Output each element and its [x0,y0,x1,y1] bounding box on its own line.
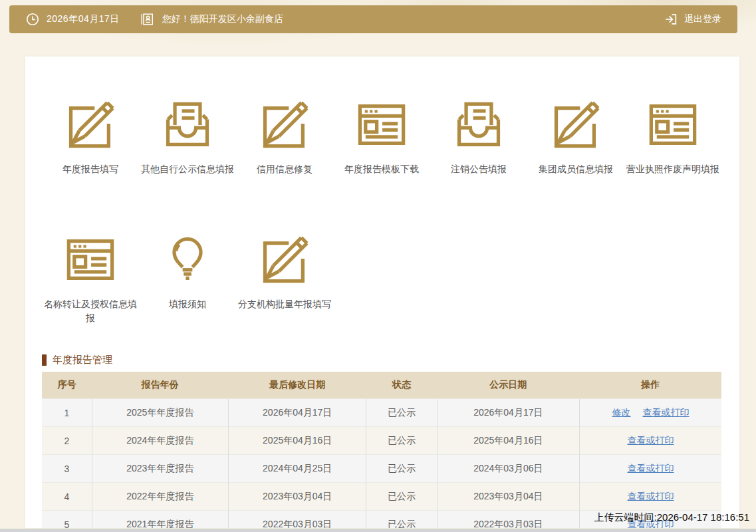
status-cell: 已公示 [366,483,437,511]
shortcut-row-1: 年度报告填写 其他自行公示信息填报 信用信息修复 年度报告模板下载 注销公告填报… [25,98,739,176]
seq-cell: 2 [42,427,92,455]
actions-cell: 查看或打印 [580,427,721,455]
actions-cell: 查看或打印 [580,455,721,483]
shortcut-label: 其他自行公示信息填报 [141,162,234,176]
shortcut-report-template-download[interactable]: 年度报告模板下载 [333,98,430,176]
template-icon [355,98,408,152]
shortcut-label: 名称转让及授权信息填报 [42,297,139,325]
seq-cell: 1 [42,399,92,427]
published-cell: 2023年03月04日 [437,483,579,511]
view-print-link[interactable]: 查看或打印 [628,463,674,473]
seq-cell: 3 [42,455,92,483]
edit-icon [258,98,311,152]
shortcut-name-transfer-authorization[interactable]: 名称转让及授权信息填报 [42,233,139,327]
shortcut-annual-report-fill[interactable]: 年度报告填写 [42,98,139,176]
clock-icon [25,12,40,27]
year-cell: 2022年年度报告 [92,483,228,511]
logout-button[interactable]: 退出登录 [664,12,737,27]
shortcut-license-void-declaration[interactable]: 营业执照作废声明填报 [624,98,721,176]
table-row: 3 2023年年度报告 2024年04月25日 已公示 2024年03月06日 … [42,455,721,483]
topbar: 2026年04月17日 您好！德阳开发区小余副食店 退出登录 [9,5,737,33]
shortcut-credit-repair[interactable]: 信用信息修复 [236,98,333,176]
table-row: 4 2022年年度报告 2023年03月04日 已公示 2023年03月04日 … [42,483,721,511]
logout-label: 退出登录 [684,13,721,25]
inbox-icon [452,98,505,152]
bottom-strip [0,529,756,532]
edit-icon [549,98,602,152]
modified-cell: 2025年04月16日 [229,427,366,455]
modified-cell: 2024年04月25日 [229,455,366,483]
inbox-icon [161,98,214,152]
shortcut-label: 信用信息修复 [257,162,313,176]
upload-cloud-time: 上传云端时间:2026-04-17 18:16:51 [594,511,749,524]
col-header-modified: 最后修改日期 [229,372,366,399]
view-print-link[interactable]: 查看或打印 [628,435,674,446]
col-header-year: 报告年份 [92,372,228,399]
status-cell: 已公示 [366,427,437,455]
table-row: 2 2024年年度报告 2025年04月16日 已公示 2025年04月16日 … [42,427,721,455]
seq-cell: 4 [42,483,92,511]
published-cell: 2024年03月06日 [437,455,579,483]
lightbulb-icon [161,233,214,287]
section-title: 年度报告管理 [53,354,112,366]
status-cell: 已公示 [366,399,437,427]
modified-cell: 2023年03月04日 [229,483,366,511]
view-print-link[interactable]: 查看或打印 [642,407,689,418]
shortcut-cancellation-notice[interactable]: 注销公告填报 [430,98,527,176]
topbar-left: 2026年04月17日 您好！德阳开发区小余副食店 [9,12,283,27]
year-cell: 2025年年度报告 [92,399,228,427]
published-cell: 2022年03月03日 [437,511,579,529]
shortcut-label: 注销公告填报 [451,162,507,176]
modify-link[interactable]: 修改 [612,407,631,418]
published-cell: 2025年04月16日 [437,427,579,455]
template-icon [64,233,117,287]
actions-cell: 修改 查看或打印 [580,399,721,427]
id-badge-icon [140,12,154,27]
shortcut-row-2: 名称转让及授权信息填报 填报须知 分支机构批量年报填写 [25,233,739,327]
year-cell: 2024年年度报告 [92,427,228,455]
current-date: 2026年04月17日 [47,13,120,25]
actions-cell: 查看或打印 [580,483,721,511]
col-header-seq: 序号 [42,372,92,399]
section-marker [42,354,47,366]
shortcut-label: 营业执照作废声明填报 [626,162,719,176]
edit-icon [64,98,117,152]
shortcut-label: 分支机构批量年报填写 [238,297,331,311]
col-header-actions: 操作 [580,372,721,399]
year-cell: 2021年年度报告 [92,511,228,529]
annual-report-table: 序号 报告年份 最后修改日期 状态 公示日期 操作 1 2025年年度报告 20… [42,372,721,528]
main-panel: 年度报告填写 其他自行公示信息填报 信用信息修复 年度报告模板下载 注销公告填报… [25,57,739,528]
status-cell: 已公示 [366,455,437,483]
shortcut-label: 年度报告填写 [63,162,118,176]
shortcut-group-member-info[interactable]: 集团成员信息填报 [527,98,624,176]
shortcut-other-publicity-info[interactable]: 其他自行公示信息填报 [139,98,236,176]
year-cell: 2023年年度报告 [92,455,228,483]
col-header-published: 公示日期 [437,372,579,399]
shortcut-label: 集团成员信息填报 [539,162,613,176]
status-cell: 已公示 [366,511,437,529]
view-print-link[interactable]: 查看或打印 [628,491,674,501]
shortcut-filing-instructions[interactable]: 填报须知 [139,233,236,327]
modified-cell: 2022年03月03日 [229,511,366,529]
template-icon [646,98,699,152]
edit-icon [258,233,311,287]
published-cell: 2026年04月17日 [437,399,579,427]
table-row: 1 2025年年度报告 2026年04月17日 已公示 2026年04月17日 … [42,399,721,427]
shortcut-branch-batch-report[interactable]: 分支机构批量年报填写 [236,233,333,327]
shortcut-label: 年度报告模板下载 [344,162,419,176]
shortcut-label: 填报须知 [169,297,206,311]
table-header-row: 序号 报告年份 最后修改日期 状态 公示日期 操作 [42,372,721,399]
seq-cell: 5 [42,511,92,529]
col-header-status: 状态 [366,372,437,399]
user-greeting: 您好！德阳开发区小余副食店 [162,13,283,25]
annual-report-section-header: 年度报告管理 [42,354,723,366]
logout-icon [664,12,678,27]
modified-cell: 2026年04月17日 [229,399,366,427]
